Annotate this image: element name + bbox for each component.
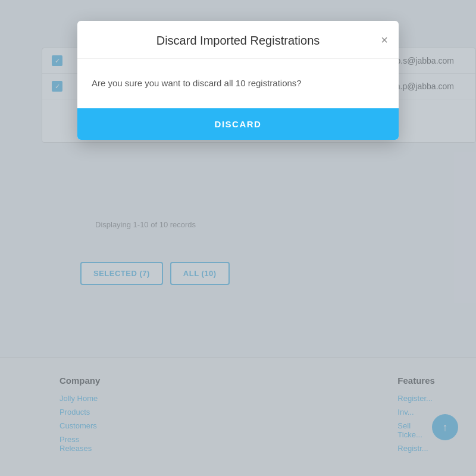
modal-title: Discard Imported Registrations — [156, 34, 320, 48]
modal-footer: DISCARD — [77, 108, 399, 140]
modal-body-text: Are you sure you want to discard all 10 … — [92, 77, 384, 90]
discard-registrations-modal: Discard Imported Registrations × Are you… — [77, 21, 399, 140]
modal-close-button[interactable]: × — [381, 34, 388, 46]
modal-body: Are you sure you want to discard all 10 … — [77, 59, 399, 108]
modal-header: Discard Imported Registrations × — [77, 21, 399, 59]
discard-button[interactable]: DISCARD — [77, 108, 399, 140]
